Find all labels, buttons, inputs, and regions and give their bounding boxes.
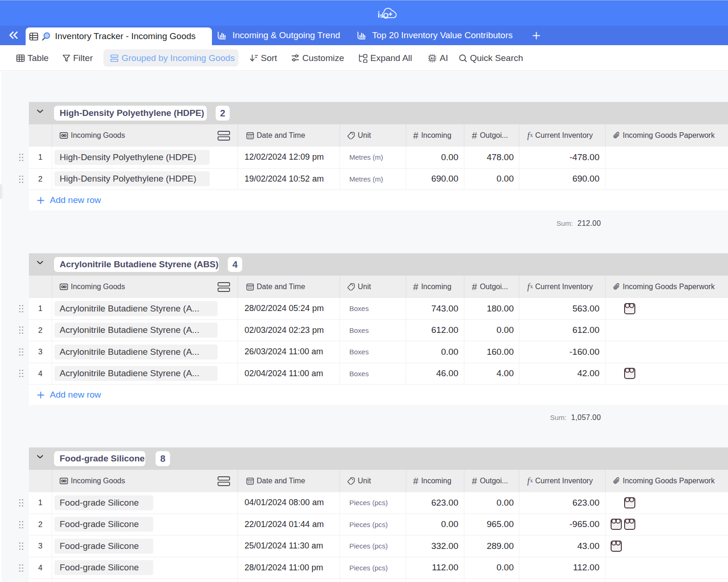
svg-text:AI: AI <box>430 56 434 61</box>
svg-text:O: O <box>383 11 388 19</box>
